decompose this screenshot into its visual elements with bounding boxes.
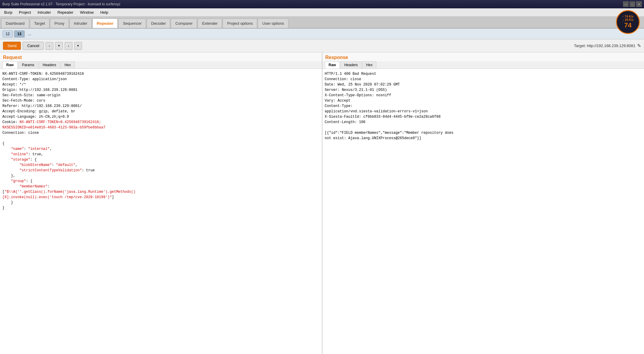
request-tab-hex[interactable]: Hex	[60, 61, 75, 69]
request-tab-headers[interactable]: Headers	[39, 61, 60, 69]
request-tab-params[interactable]: Params	[18, 61, 38, 69]
cancel-button[interactable]: Cancel	[23, 42, 44, 50]
menu-burp[interactable]: Burp	[1, 9, 15, 16]
tab-comparer[interactable]: Comparer	[171, 18, 197, 28]
main-content: Request Raw Params Headers Hex NX-ANTI-C…	[0, 52, 644, 354]
nav-right-down-button[interactable]: ▾	[74, 42, 82, 50]
menu-project[interactable]: Project	[16, 9, 34, 16]
request-tab-raw[interactable]: Raw	[2, 61, 18, 69]
response-tabs: Raw Headers Hex	[322, 61, 644, 69]
maximize-button[interactable]: □	[630, 1, 635, 7]
target-info: Target: http://192.168.239.129:8081 ✎	[574, 43, 641, 49]
title-bar: Burp Suite Professional v2.1.07 - Tempor…	[0, 0, 644, 8]
title-bar-title: Burp Suite Professional v2.1.07 - Tempor…	[2, 2, 120, 6]
nav-left-button[interactable]: ‹	[46, 42, 53, 50]
traffic-up: ↑ 74 K/s	[622, 15, 633, 18]
menu-window[interactable]: Window	[77, 9, 97, 16]
tab-user-options[interactable]: User options	[258, 18, 288, 28]
minimize-button[interactable]: —	[623, 1, 629, 7]
traffic-indicator: ↑ 74 K/s ↓ 19 K/s 74	[616, 10, 640, 34]
tab-target[interactable]: Target	[30, 18, 49, 28]
title-bar-controls: — □ ✕	[623, 1, 642, 7]
request-header: Request	[0, 52, 322, 61]
tab-intruder[interactable]: Intruder	[69, 18, 92, 28]
repeater-tab-more[interactable]: ...	[26, 31, 34, 37]
toolbar: Send Cancel ‹ ▾ › ▾ Target: http://192.1…	[0, 39, 644, 52]
close-button[interactable]: ✕	[636, 1, 642, 7]
response-content[interactable]: HTTP/1.1 400 Bad Request Connection: clo…	[322, 69, 644, 354]
tab-project-options[interactable]: Project options	[223, 18, 257, 28]
menu-intruder[interactable]: Intruder	[35, 9, 54, 16]
tab-repeater[interactable]: Repeater	[92, 18, 118, 28]
response-header: Response	[322, 52, 644, 61]
menu-repeater[interactable]: Repeater	[55, 9, 76, 16]
response-tab-headers[interactable]: Headers	[340, 61, 361, 69]
request-content[interactable]: NX-ANTI-CSRF-TOKEN: 0.4256948739162416 C…	[0, 69, 322, 354]
tab-extender[interactable]: Extender	[198, 18, 222, 28]
request-panel: Request Raw Params Headers Hex NX-ANTI-C…	[0, 52, 322, 354]
request-tabs: Raw Params Headers Hex	[0, 61, 322, 69]
response-tab-raw[interactable]: Raw	[325, 61, 340, 69]
tab-decoder[interactable]: Decoder	[147, 18, 170, 28]
traffic-down: ↓ 19 K/s	[622, 18, 633, 21]
tab-sequencer[interactable]: Sequencer	[118, 18, 146, 28]
nav-right-button[interactable]: ›	[65, 42, 72, 50]
repeater-tab-12[interactable]: 12	[2, 30, 13, 38]
traffic-number: 74	[624, 21, 631, 29]
target-label: Target: http://192.168.239.129:8081	[574, 44, 635, 48]
menu-help[interactable]: Help	[97, 9, 111, 16]
response-panel: Response Raw Headers Hex HTTP/1.1 400 Ba…	[322, 52, 644, 354]
send-button[interactable]: Send	[3, 42, 21, 50]
nav-left-down-button[interactable]: ▾	[55, 42, 63, 50]
edit-icon[interactable]: ✎	[637, 43, 641, 49]
tab-dashboard[interactable]: Dashboard	[1, 18, 29, 28]
tab-bar: Dashboard Target Proxy Intruder Repeater…	[0, 17, 644, 29]
repeater-tab-13[interactable]: 13	[14, 30, 24, 38]
menu-bar: Burp Project Intruder Repeater Window He…	[0, 8, 644, 17]
tab-proxy[interactable]: Proxy	[50, 18, 69, 28]
repeater-tabs: 12 13 ...	[0, 29, 644, 39]
response-tab-hex[interactable]: Hex	[362, 61, 376, 69]
